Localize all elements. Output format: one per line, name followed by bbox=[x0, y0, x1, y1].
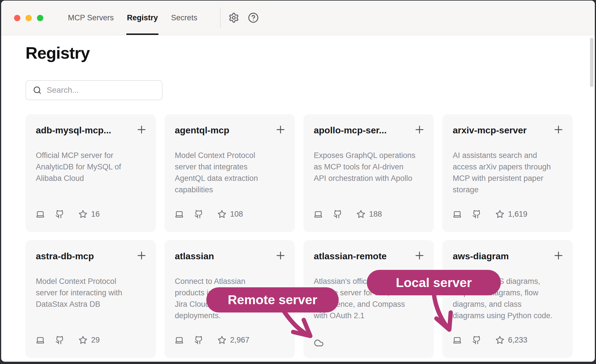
server-card-astra-db-mcp[interactable]: astra-db-mcpModel Context Protocolserver… bbox=[26, 240, 156, 358]
card-description: AI assistants search andaccess arXiv pap… bbox=[453, 150, 566, 195]
github-icon bbox=[194, 210, 203, 219]
star-count: 1,619 bbox=[508, 210, 528, 219]
laptop-icon bbox=[453, 336, 462, 345]
card-stats: 2,967 bbox=[175, 336, 250, 345]
search-input[interactable] bbox=[46, 85, 150, 95]
laptop-icon bbox=[314, 210, 323, 219]
app-window: MCP ServersRegistrySecrets Registry adb-… bbox=[1, 1, 595, 362]
laptop-icon bbox=[175, 210, 184, 219]
github-icon bbox=[472, 210, 481, 219]
star-icon bbox=[495, 336, 504, 345]
server-card-aws-diagram[interactable]: aws-diagramGenerate AWS diagrams,sequenc… bbox=[442, 240, 573, 358]
star-count: 6,233 bbox=[508, 336, 528, 345]
card-title: atlassian-remote bbox=[314, 251, 406, 262]
card-stats: 29 bbox=[36, 336, 100, 345]
traffic-lights bbox=[14, 15, 43, 21]
add-server-button[interactable] bbox=[413, 123, 426, 136]
card-title: agentql-mcp bbox=[175, 125, 267, 136]
card-title: arxiv-mcp-server bbox=[453, 125, 545, 136]
card-title: atlassian bbox=[175, 251, 267, 262]
card-stats: 6,233 bbox=[453, 336, 528, 345]
star-icon bbox=[79, 210, 87, 219]
github-icon bbox=[472, 336, 481, 345]
github-icon bbox=[55, 210, 64, 219]
server-card-agentql-mcp[interactable]: agentql-mcpModel Context Protocolserver … bbox=[164, 114, 295, 232]
remote-server-callout: Remote server bbox=[206, 287, 339, 312]
local-server-callout: Local server bbox=[367, 270, 501, 295]
help-icon[interactable] bbox=[248, 12, 259, 23]
laptop-icon bbox=[175, 336, 184, 345]
star-count: 29 bbox=[91, 336, 100, 345]
titlebar-actions bbox=[228, 1, 259, 35]
add-server-button[interactable] bbox=[274, 249, 287, 262]
card-stats: 188 bbox=[314, 210, 382, 219]
add-server-button[interactable] bbox=[552, 249, 565, 262]
card-title: adb-mysql-mcp... bbox=[36, 125, 128, 136]
tab-mcp-servers[interactable]: MCP Servers bbox=[68, 1, 114, 35]
github-icon bbox=[333, 210, 342, 219]
card-title: apollo-mcp-ser... bbox=[314, 125, 406, 136]
cloud-icon bbox=[314, 338, 324, 348]
card-title: aws-diagram bbox=[453, 251, 545, 262]
star-count: 108 bbox=[230, 210, 243, 219]
card-stats: 1,619 bbox=[453, 210, 528, 219]
server-card-adb-mysql-mcp[interactable]: adb-mysql-mcp...Official MCP server forA… bbox=[26, 114, 156, 232]
star-icon bbox=[356, 210, 365, 219]
star-icon bbox=[79, 336, 87, 345]
add-server-button[interactable] bbox=[135, 123, 148, 136]
card-stats: 16 bbox=[36, 210, 100, 219]
star-count: 188 bbox=[369, 210, 382, 219]
card-stats bbox=[314, 338, 324, 348]
scrollbar-thumb[interactable] bbox=[590, 38, 593, 87]
page-title: Registry bbox=[26, 44, 90, 62]
add-server-button[interactable] bbox=[135, 249, 148, 262]
close-window-button[interactable] bbox=[14, 15, 20, 21]
titlebar: MCP ServersRegistrySecrets bbox=[1, 1, 595, 35]
add-server-button[interactable] bbox=[552, 123, 565, 136]
add-server-button[interactable] bbox=[413, 249, 426, 262]
settings-icon[interactable] bbox=[228, 12, 240, 23]
card-description: Model Context Protocolserver that integr… bbox=[175, 150, 288, 195]
card-stats: 108 bbox=[175, 210, 243, 219]
titlebar-divider bbox=[220, 7, 221, 28]
registry-page: Registry adb-mysql-mcp...Official MCP se… bbox=[1, 35, 595, 362]
search-icon bbox=[33, 86, 42, 94]
server-card-arxiv-mcp-server[interactable]: arxiv-mcp-serverAI assistants search and… bbox=[442, 114, 573, 232]
tab-bar: MCP ServersRegistrySecrets bbox=[68, 1, 197, 35]
github-icon bbox=[55, 336, 64, 345]
card-description: Exposes GraphQL operationsas MCP tools f… bbox=[314, 150, 427, 184]
add-server-button[interactable] bbox=[274, 123, 287, 136]
star-icon bbox=[217, 210, 226, 219]
star-count: 16 bbox=[91, 210, 100, 219]
github-icon bbox=[194, 336, 203, 345]
star-icon bbox=[495, 210, 504, 219]
tab-registry[interactable]: Registry bbox=[127, 1, 158, 35]
card-description: Model Context Protocolserver for interac… bbox=[36, 276, 149, 310]
laptop-icon bbox=[36, 336, 45, 345]
star-count: 2,967 bbox=[230, 336, 250, 345]
search-box[interactable] bbox=[26, 80, 162, 100]
star-icon bbox=[217, 336, 226, 345]
server-card-grid: adb-mysql-mcp...Official MCP server forA… bbox=[26, 114, 573, 358]
laptop-icon bbox=[453, 210, 462, 219]
minimize-window-button[interactable] bbox=[26, 15, 32, 21]
card-title: astra-db-mcp bbox=[36, 251, 128, 262]
card-description: Official MCP server forAnalyticDB for My… bbox=[36, 150, 149, 184]
tab-secrets[interactable]: Secrets bbox=[171, 1, 197, 35]
laptop-icon bbox=[36, 210, 45, 219]
zoom-window-button[interactable] bbox=[37, 15, 43, 21]
server-card-apollo-mcp-ser[interactable]: apollo-mcp-ser...Exposes GraphQL operati… bbox=[303, 114, 434, 232]
